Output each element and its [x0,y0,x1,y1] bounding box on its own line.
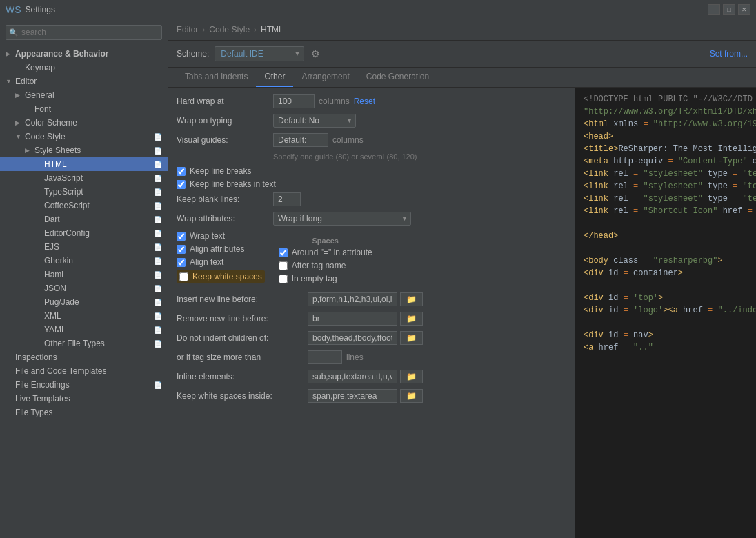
keep-line-breaks-in-text-checkbox[interactable] [177,180,186,189]
sidebar-item-label-inspections: Inspections [15,352,57,362]
search-input[interactable] [6,25,162,40]
no-indent-input[interactable] [308,331,397,345]
wrap-on-typing-select[interactable]: Default: No [273,114,356,128]
scheme-select[interactable]: Default IDE [215,46,304,61]
keep-line-breaks-in-text-label: Keep line breaks in text [190,179,276,189]
minimize-button[interactable]: ─ [708,4,720,15]
inline-elements-input[interactable] [308,370,397,383]
tag-size-input[interactable] [308,350,342,364]
insert-newline-input[interactable] [308,292,397,306]
visual-guides-unit: columns [332,135,364,145]
sidebar-item-editorconfig[interactable]: EditorConfig📄 [0,226,168,240]
sidebar-item-other-file-types[interactable]: Other File Types📄 [0,337,168,350]
keep-line-breaks-checkbox[interactable] [177,167,186,176]
sidebar-item-color-scheme[interactable]: ▶Color Scheme [0,116,168,130]
code-line: </head> [584,230,748,242]
sidebar-item-label-typescript: TypeScript [44,187,83,197]
remove-newline-input[interactable] [308,312,397,326]
sidebar-item-file-encodings[interactable]: File Encodings📄 [0,378,168,392]
code-line [584,217,748,230]
gear-button[interactable]: ⚙ [310,47,321,61]
sidebar-item-html[interactable]: HTML📄 [0,157,168,171]
wrap-text-checkbox[interactable] [177,232,186,241]
sidebar-item-inspections[interactable]: Inspections [0,350,168,364]
sidebar-item-appearance[interactable]: ▶Appearance & Behavior [0,47,168,61]
visual-guides-hint: Specify one guide (80) or several (80, 1… [273,152,566,161]
window-title: Settings [26,5,708,14]
tab-tabs-indents[interactable]: Tabs and Indents [177,68,256,87]
sidebar-item-typescript[interactable]: TypeScript📄 [0,185,168,199]
sidebar-item-label-file-types: File Types [15,408,52,417]
after-tag-name-checkbox[interactable] [279,261,288,270]
wrap-attributes-select[interactable]: Wrap if long [273,212,411,226]
sidebar-item-pug-jade[interactable]: Pug/Jade📄 [0,295,168,309]
set-from-link[interactable]: Set from... [710,49,748,59]
tab-arrangement[interactable]: Arrangement [293,68,357,87]
inline-elements-browse[interactable]: 📁 [400,370,423,383]
sidebar-item-gherkin[interactable]: Gherkin📄 [0,254,168,268]
tag-size-row: or if tag size more than lines [177,350,566,364]
code-line: <meta http-equiv = "Content-Type" conten… [584,155,748,168]
code-line: <div id = nav> [584,329,748,341]
sidebar-item-live-templates[interactable]: Live Templates [0,392,168,406]
visual-guides-input[interactable] [273,133,328,147]
align-text-checkbox[interactable] [177,258,186,267]
tree-arrow-editor: ▼ [6,78,12,85]
app-icon: WS [6,4,21,15]
no-indent-label: Do not indent children of: [177,333,308,343]
sidebar-item-keymap[interactable]: Keymap [0,61,168,74]
align-attributes-checkbox[interactable] [177,245,186,254]
insert-newline-browse[interactable]: 📁 [400,292,423,306]
sidebar-item-editor[interactable]: ▼Editor [0,74,168,88]
sidebar-item-coffeescript[interactable]: CoffeeScript📄 [0,199,168,212]
sidebar-item-file-types[interactable]: File Types [0,406,168,419]
sidebar-item-font[interactable]: Font [0,102,168,116]
no-indent-browse[interactable]: 📁 [400,331,423,345]
tree-arrow-general: ▶ [15,92,22,99]
inline-elements-row: Inline elements: 📁 [177,370,566,383]
sidebar-item-label-html: HTML [44,159,67,169]
page-icon-editorconfig: 📄 [154,230,162,237]
keep-white-spaces-inside-label: Keep white spaces inside: [177,391,308,401]
code-line: <body class = "resharperbg"> [584,255,748,267]
tab-other[interactable]: Other [256,68,293,87]
sidebar-item-dart[interactable]: Dart📄 [0,212,168,226]
code-line: <div id = 'logo'><a href = "../index.htm [584,304,748,317]
sidebar-item-ejs[interactable]: EJS📄 [0,240,168,254]
sidebar-item-xml[interactable]: XML📄 [0,309,168,323]
in-empty-tag-checkbox[interactable] [279,275,288,283]
tab-code-generation[interactable]: Code Generation [358,68,437,87]
remove-newline-row: Remove new line before: 📁 [177,312,566,326]
around-equals-checkbox[interactable] [279,248,288,257]
sidebar-item-yaml[interactable]: YAML📄 [0,323,168,337]
sidebar-item-javascript[interactable]: JavaScript📄 [0,171,168,185]
sidebar-item-label-file-encodings: File Encodings [15,380,70,390]
keep-white-spaces-inside-browse[interactable]: 📁 [400,389,423,403]
keep-blank-lines-input[interactable] [273,192,301,206]
remove-newline-browse[interactable]: 📁 [400,312,423,326]
sidebar-item-label-coffeescript: CoffeeScript [44,201,90,210]
hard-wrap-reset[interactable]: Reset [354,97,375,106]
sidebar-item-label-gherkin: Gherkin [44,256,73,266]
sidebar-item-style-sheets[interactable]: ▶Style Sheets📄 [0,143,168,157]
wrap-attributes-row: Wrap attributes: Wrap if long ▼ [177,212,566,226]
keep-white-spaces-checkbox[interactable] [179,272,188,281]
close-button[interactable]: ✕ [738,4,750,15]
tabs-bar: Tabs and Indents Other Arrangement Code … [168,68,756,88]
page-icon-coffeescript: 📄 [154,202,162,210]
sidebar-item-haml[interactable]: Haml📄 [0,268,168,281]
sidebar-item-label-color-scheme: Color Scheme [25,118,77,128]
sidebar-item-general[interactable]: ▶General [0,88,168,102]
sidebar-item-label-editor: Editor [15,77,37,86]
sidebar-item-label-file-code-templates: File and Code Templates [15,366,107,376]
sidebar-item-json[interactable]: JSON📄 [0,281,168,295]
code-line: <title>ReSharper: The Most Intelligent A… [584,143,748,155]
sidebar-item-code-style[interactable]: ▼Code Style📄 [0,130,168,143]
maximize-button[interactable]: □ [723,4,735,15]
hard-wrap-input[interactable] [273,94,315,108]
sidebar-item-file-code-templates[interactable]: File and Code Templates [0,364,168,378]
page-icon-code-style: 📄 [154,133,162,141]
wrap-checkboxes: Wrap text Align attributes Align text [177,231,265,287]
keep-white-spaces-inside-input[interactable] [308,389,397,403]
sidebar-item-label-style-sheets: Style Sheets [34,146,81,155]
